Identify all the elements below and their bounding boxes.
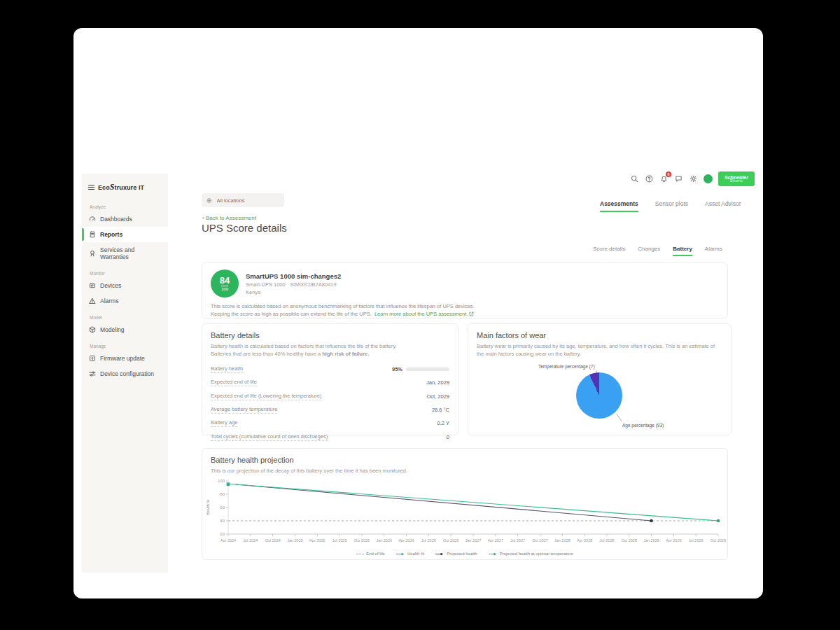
wear-pie-chart: Temperature percentage (7) Age percentag… [477,360,722,435]
health-projection-card: Battery health projection This is our pr… [202,448,728,560]
sidebar-item-alarms[interactable]: Alarms [82,293,168,309]
sidebar-item-modeling[interactable]: Modeling [82,322,168,337]
legend-item-end-of-life: End of life [356,552,385,556]
feedback-icon[interactable] [674,174,683,183]
sliders-icon [89,370,96,377]
external-link-icon [469,311,474,317]
table-row: Battery health 95% [211,363,449,376]
svg-text:Jul 2029: Jul 2029 [689,538,704,542]
svg-text:Jul 2028: Jul 2028 [600,538,615,542]
sidebar-item-device-configuration[interactable]: Device configuration [82,366,168,382]
tab-asset-advisor[interactable]: Asset Advisor [705,200,741,212]
svg-text:Oct 2025: Oct 2025 [354,538,370,542]
struxure-swirl-glyph: S [110,182,115,192]
notification-badge: 6 [666,172,671,177]
ecostruxure-logo: EcoStruxure IT [98,182,144,192]
svg-text:Apr 2024: Apr 2024 [220,538,236,542]
help-icon[interactable] [645,174,654,183]
svg-text:Apr 2027: Apr 2027 [488,538,503,542]
schneider-electric-logo[interactable]: Schneider Electric [718,172,755,186]
sidebar-item-label: Services and Warranties [100,246,161,260]
location-search-input[interactable] [216,197,279,204]
battery-details-card: Battery details Battery health is calcul… [202,323,458,435]
warning-triangle-icon [89,298,96,304]
gauge-icon [89,216,96,223]
svg-text:Oct 2026: Oct 2026 [443,538,458,542]
document-icon [89,231,96,238]
battery-details-description: Battery health is calculated based on fa… [211,343,449,358]
battery-health-bar [406,368,449,371]
location-filter[interactable] [202,193,284,207]
sidebar-item-services-and-warranties[interactable]: Services and Warranties [82,242,168,265]
wear-factors-title: Main factors of wear [477,331,722,340]
globe-icon [206,197,212,204]
hamburger-menu-icon[interactable] [88,185,94,190]
device-name: SmartUPS 1000 sim-changes2 [246,272,341,280]
sidebar: EcoStruxure IT Analyze Dashboards Report… [82,174,168,573]
svg-text:Jan 2025: Jan 2025 [287,538,303,542]
svg-text:Jul 2025: Jul 2025 [332,538,347,542]
tab-sensor-plots[interactable]: Sensor plots [655,200,688,212]
tab-changes[interactable]: Changes [638,246,660,256]
learn-more-link[interactable]: Learn more about the UPS assessment. [374,311,468,317]
back-to-assessment-link[interactable]: ‹ Back to Assessment [202,215,256,221]
sidebar-item-dashboards[interactable]: Dashboards [82,211,168,227]
table-row: Expected end of life Jan, 2029 [211,376,449,389]
firmware-update-icon [89,355,96,362]
brand-row: EcoStruxure IT [82,174,168,198]
sidebar-item-label: Device configuration [100,370,154,377]
svg-text:Jul 2027: Jul 2027 [510,538,525,542]
score-card: 84 100 SmartUPS 1000 sim-changes2 Smart-… [202,262,728,318]
projection-title: Battery health projection [211,456,719,464]
score-max: 100 [221,286,228,291]
svg-text:Apr 2028: Apr 2028 [577,538,592,542]
score-value: 84 [220,276,230,285]
svg-text:Jul 2026: Jul 2026 [421,538,436,542]
search-icon[interactable] [630,174,639,183]
pie-label-temperature: Temperature percentage (7) [538,364,595,369]
tab-battery[interactable]: Battery [673,246,692,256]
tab-alarms[interactable]: Alarms [705,246,722,256]
svg-text:Jan 2028: Jan 2028 [554,538,570,542]
sidebar-section-analyze: Analyze [82,198,168,211]
sidebar-item-label: Dashboards [100,216,132,223]
legend-item-health: Health % [396,552,424,556]
svg-text:20: 20 [220,532,225,536]
projection-chart[interactable]: Health %10080604020Apr 2024Jul 2024Oct 2… [202,475,729,547]
score-badge: 84 100 [211,270,239,298]
legend-item-projected-optimal: Projected health at optimal temperature [489,552,573,556]
sidebar-item-firmware-update[interactable]: Firmware update [82,351,168,366]
topbar-actions: 6 Schneider Electric [630,172,755,186]
table-row: Expected end of life (Lowering the tempe… [211,390,449,403]
device-model-serial: Smart-UPS 1000 · SIM00C0B7A80419 [246,281,341,288]
wear-factors-description: Battery wear is primarily caused by its … [477,343,722,358]
svg-text:100: 100 [218,479,225,483]
sidebar-item-devices[interactable]: Devices [82,278,168,293]
table-row: Average battery temperature 26.6 °C [211,403,449,416]
score-description: This score is calculated based on anonym… [211,302,719,318]
svg-text:Jan 2027: Jan 2027 [465,538,482,542]
tab-score-details[interactable]: Score details [593,246,625,256]
pie[interactable] [576,372,622,419]
table-row: Total cycles (cumulative count of seen d… [211,430,449,444]
notifications-bell-icon[interactable]: 6 [659,174,668,183]
svg-text:Oct 2027: Oct 2027 [532,538,547,542]
settings-gear-icon[interactable] [689,174,698,183]
battery-details-title: Battery details [211,331,449,340]
svg-text:40: 40 [220,519,225,523]
page-title: UPS Score details [202,222,287,234]
svg-text:Jan 2029: Jan 2029 [643,538,659,542]
user-avatar[interactable] [704,174,713,183]
svg-text:80: 80 [220,492,225,496]
sidebar-section-monitor: Monitor [82,265,168,278]
svg-text:Health %: Health % [206,500,210,515]
tab-assessments[interactable]: Assessments [600,200,638,212]
svg-text:Oct 2029: Oct 2029 [710,538,726,542]
sidebar-item-reports[interactable]: Reports [82,227,168,242]
device-icon [89,282,96,289]
sidebar-section-model: Model [82,309,168,322]
pie-leader-line [616,414,622,421]
sidebar-section-manage: Manage [82,337,168,351]
svg-text:Apr 2026: Apr 2026 [398,538,414,542]
sidebar-item-label: Reports [100,231,122,238]
